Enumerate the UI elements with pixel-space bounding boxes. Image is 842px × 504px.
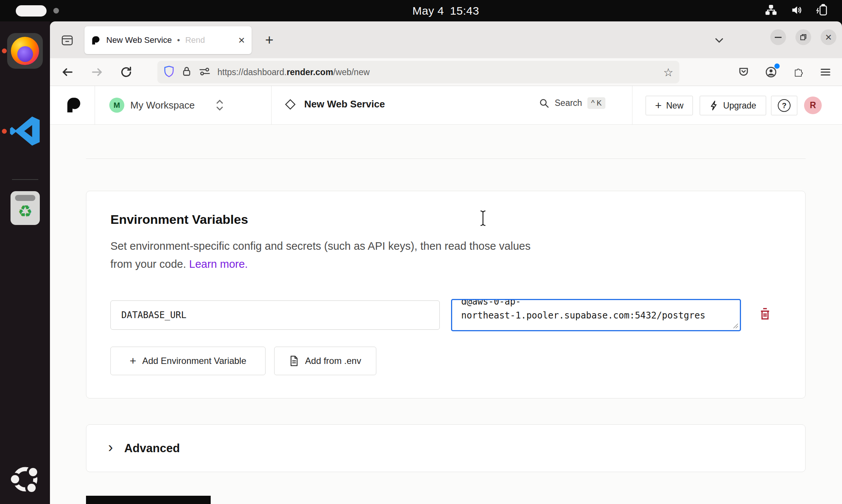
bookmark-star-icon[interactable]: ☆ bbox=[663, 66, 673, 79]
dock-separator bbox=[12, 179, 38, 180]
workspace-avatar[interactable]: M bbox=[109, 98, 124, 113]
browser-tab[interactable]: New Web Service • Rend × bbox=[85, 26, 252, 54]
dock-item-vscode[interactable] bbox=[9, 115, 41, 147]
section-title: Environment Variables bbox=[110, 212, 248, 227]
account-notification-dot bbox=[774, 63, 780, 69]
trash-lid bbox=[15, 195, 35, 201]
expand-chevron-icon[interactable]: › bbox=[108, 440, 113, 454]
env-key-input[interactable]: DATABASE_URL bbox=[110, 300, 440, 330]
help-button[interactable]: ? bbox=[771, 96, 797, 115]
delete-row-trash-icon[interactable] bbox=[759, 307, 771, 322]
battery-charging-icon bbox=[816, 4, 831, 18]
env-key-value: DATABASE_URL bbox=[121, 310, 186, 320]
system-top-bar: May 4 15:43 bbox=[0, 0, 842, 21]
header-divider bbox=[95, 86, 95, 125]
dock: ♻ bbox=[0, 21, 50, 504]
activities-pill-icon[interactable] bbox=[16, 5, 47, 17]
shield-icon[interactable] bbox=[163, 65, 175, 79]
add-environment-variable-button[interactable]: + Add Environment Variable bbox=[110, 347, 266, 375]
page-title: New Web Service bbox=[304, 98, 385, 110]
running-indicator-dot bbox=[2, 129, 7, 134]
url-text[interactable]: https://dashboard.render.com/web/new bbox=[217, 67, 370, 77]
advanced-section[interactable]: › Advanced bbox=[86, 424, 806, 472]
extensions-puzzle-icon[interactable] bbox=[789, 63, 808, 81]
back-icon[interactable] bbox=[58, 63, 77, 81]
recycle-icon: ♻ bbox=[11, 202, 40, 221]
help-question-icon: ? bbox=[778, 99, 791, 112]
tab-strip: New Web Service • Rend × + × bbox=[50, 21, 842, 58]
search-button[interactable]: Search ^ K bbox=[539, 97, 605, 109]
tab-title-suffix: Rend bbox=[185, 35, 205, 45]
menu-hamburger-icon[interactable] bbox=[816, 63, 835, 81]
running-indicator-dot bbox=[2, 48, 7, 53]
forward-icon[interactable] bbox=[88, 63, 106, 81]
new-button[interactable]: + New bbox=[646, 96, 693, 115]
window-close-button[interactable]: × bbox=[821, 29, 836, 45]
user-avatar[interactable]: R bbox=[804, 97, 822, 114]
pocket-icon[interactable] bbox=[734, 63, 753, 81]
clock-date: May 4 bbox=[412, 5, 444, 17]
search-label: Search bbox=[555, 98, 582, 108]
page-content: M My Workspace New Web Service Searc bbox=[50, 86, 842, 504]
account-icon[interactable] bbox=[762, 63, 780, 81]
section-description: Set environment-specific config and secr… bbox=[110, 237, 550, 273]
browser-window: New Web Service • Rend × + × bbox=[50, 21, 842, 504]
browser-navbar: https://dashboard.render.com/web/new ☆ bbox=[50, 58, 842, 86]
network-icon bbox=[765, 4, 777, 18]
window-maximize-button[interactable] bbox=[795, 29, 811, 45]
system-clock[interactable]: May 4 15:43 bbox=[397, 5, 495, 17]
service-diamond-icon bbox=[285, 99, 296, 110]
previous-card-divider bbox=[86, 158, 806, 159]
firefox-view-icon[interactable] bbox=[57, 30, 77, 50]
render-favicon bbox=[91, 35, 101, 45]
advanced-title: Advanced bbox=[124, 442, 180, 455]
environment-variables-card: Environment Variables Set environment-sp… bbox=[86, 191, 806, 398]
volume-icon bbox=[790, 4, 803, 18]
env-value-text: d@aws-0-ap- northeast-1.pooler.supabase.… bbox=[461, 299, 731, 323]
tab-title: New Web Service bbox=[106, 35, 172, 45]
vscode-icon bbox=[9, 115, 41, 147]
header-divider bbox=[271, 86, 272, 125]
deploy-web-service-button[interactable]: Deploy Web Service bbox=[86, 496, 211, 504]
header-divider bbox=[632, 86, 632, 125]
tab-separator: • bbox=[177, 35, 180, 45]
upgrade-button[interactable]: Upgrade bbox=[700, 96, 766, 115]
lock-icon[interactable] bbox=[181, 66, 192, 78]
render-logo-icon[interactable] bbox=[66, 96, 83, 113]
list-all-tabs-chevron-icon[interactable] bbox=[711, 32, 727, 48]
workspace-chevron-updown-icon[interactable] bbox=[214, 98, 225, 112]
show-apps-button[interactable] bbox=[9, 463, 41, 497]
learn-more-link[interactable]: Learn more. bbox=[189, 258, 248, 270]
app-header: M My Workspace New Web Service Searc bbox=[50, 86, 842, 125]
clock-time: 15:43 bbox=[450, 5, 479, 17]
text-cursor-pointer bbox=[478, 210, 488, 226]
window-minimize-button[interactable] bbox=[770, 29, 786, 45]
screen: May 4 15:43 bbox=[0, 0, 842, 504]
search-icon bbox=[539, 98, 549, 109]
system-status-area[interactable] bbox=[765, 4, 831, 18]
new-tab-button[interactable]: + bbox=[260, 31, 278, 49]
ubuntu-logo-icon bbox=[9, 463, 41, 495]
tab-close-icon[interactable]: × bbox=[238, 35, 245, 46]
url-domain: render.com bbox=[287, 67, 333, 77]
reload-icon[interactable] bbox=[117, 63, 136, 81]
url-bar[interactable]: https://dashboard.render.com/web/new ☆ bbox=[157, 61, 679, 83]
firefox-icon-globe bbox=[17, 46, 33, 62]
env-value-textarea[interactable]: d@aws-0-ap- northeast-1.pooler.supabase.… bbox=[451, 299, 741, 331]
search-shortcut-badge: ^ K bbox=[587, 97, 605, 109]
plus-icon: + bbox=[655, 100, 662, 111]
plus-icon: + bbox=[130, 355, 136, 367]
workspace-dot-icon bbox=[53, 8, 59, 14]
workspace-selector[interactable]: My Workspace bbox=[130, 100, 195, 111]
add-from-env-button[interactable]: Add from .env bbox=[274, 347, 376, 375]
env-file-icon bbox=[289, 355, 299, 367]
lightning-bolt-icon bbox=[709, 100, 718, 111]
textarea-resize-handle[interactable] bbox=[732, 322, 739, 329]
permissions-icon[interactable] bbox=[199, 66, 211, 78]
